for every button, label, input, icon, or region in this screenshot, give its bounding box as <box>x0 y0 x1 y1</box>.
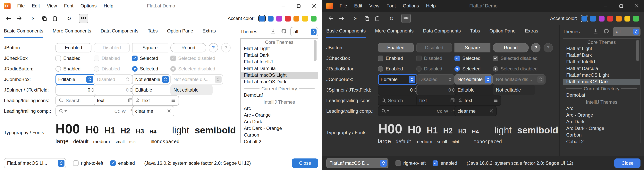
accent-swatch-default[interactable] <box>582 16 587 21</box>
accent-swatch-blue[interactable] <box>590 16 596 21</box>
user-field[interactable] <box>454 95 501 105</box>
theme-list-item[interactable]: FlatLaf Light <box>241 45 318 52</box>
accent-swatch-green[interactable] <box>311 16 316 21</box>
theme-list-item[interactable]: DemoLaf <box>563 92 640 99</box>
theme-list-item[interactable]: Cobalt 2 <box>563 138 640 143</box>
theme-list-item[interactable]: FlatLaf macOS Light <box>241 72 318 79</box>
menu-file[interactable]: File <box>14 0 28 12</box>
spinner-input[interactable] <box>58 87 90 93</box>
checkbox-enabled[interactable]: Enabled <box>378 55 403 61</box>
cut-button[interactable]: ✂ <box>351 14 361 23</box>
tab-more-components[interactable]: More Components <box>375 25 414 38</box>
menu-view[interactable]: View <box>366 0 383 12</box>
right-to-left-checkbox[interactable]: right-to-left <box>73 160 103 166</box>
tab-data-components[interactable]: Data Components <box>100 25 138 38</box>
round-button[interactable]: Round <box>170 43 206 52</box>
radio-enabled[interactable]: Enabled <box>56 66 80 71</box>
match-case-toggle[interactable]: Cc <box>437 109 442 113</box>
clearable-field[interactable] <box>454 106 497 116</box>
combobox-editable-input[interactable] <box>58 77 85 82</box>
user-field[interactable] <box>132 95 179 105</box>
user-field-input[interactable] <box>465 98 491 103</box>
square-button[interactable]: Square <box>454 43 490 52</box>
lnf-combo[interactable]: FlatLaf macOS Li... <box>4 158 66 168</box>
theme-list-item[interactable]: DemoLaf <box>241 92 318 99</box>
accent-swatch-red[interactable] <box>285 16 291 21</box>
cut-button[interactable]: ✂ <box>29 14 38 23</box>
textfield-editable-input[interactable] <box>458 87 494 93</box>
theme-list-item[interactable]: FlatLaf Dark <box>241 52 318 59</box>
back-button[interactable] <box>326 14 336 23</box>
paste-button[interactable] <box>372 14 382 23</box>
tab-option-pane[interactable]: Option Pane <box>490 25 516 38</box>
search-input[interactable] <box>66 98 94 103</box>
checkbox-selected[interactable]: Selected <box>454 55 480 61</box>
themes-scrollbar[interactable] <box>636 40 639 61</box>
menu-font[interactable]: Font <box>383 0 399 12</box>
accent-swatch-orange[interactable] <box>294 16 299 21</box>
theme-list-item[interactable]: FlatLaf Light <box>563 45 640 52</box>
combobox-editable[interactable] <box>378 74 417 85</box>
tab-data-components[interactable]: Data Components <box>423 25 461 38</box>
menu-help[interactable]: Help <box>422 0 439 12</box>
whole-word-toggle[interactable]: W <box>122 109 126 113</box>
search-input[interactable] <box>388 98 417 103</box>
checkbox-enabled[interactable]: Enabled <box>56 55 80 61</box>
enabled-button[interactable]: Enabled <box>56 43 92 52</box>
paste-button[interactable] <box>50 14 60 23</box>
tab-extras[interactable]: Extras <box>525 25 538 38</box>
accent-swatch-green[interactable] <box>633 16 639 21</box>
tab-more-components[interactable]: More Components <box>52 25 91 38</box>
calendar-field[interactable] <box>94 95 136 105</box>
list-icon[interactable] <box>171 98 176 103</box>
themes-filter-combo[interactable]: all <box>290 27 318 36</box>
theme-list-item[interactable]: Arc <box>241 105 318 112</box>
combobox-arrows-icon[interactable] <box>484 76 491 83</box>
combobox-not-editable[interactable]: Not editable <box>454 74 493 84</box>
help-button[interactable]: ? <box>209 43 218 52</box>
whole-word-toggle[interactable]: W <box>444 109 448 113</box>
search-with-options-icon[interactable] <box>381 108 389 113</box>
github-button[interactable] <box>602 28 610 36</box>
list-icon[interactable] <box>493 98 498 103</box>
enabled-checkbox[interactable]: enabled <box>433 160 457 166</box>
theme-list-item[interactable]: FlatLaf Darcula <box>563 65 640 72</box>
search-field[interactable] <box>56 95 98 105</box>
spinner[interactable] <box>378 85 419 95</box>
spinner[interactable] <box>56 85 97 95</box>
theme-list-item[interactable]: FlatLaf Dark <box>563 52 640 59</box>
calendar-field-input[interactable] <box>97 98 126 103</box>
search-options-input[interactable] <box>69 108 112 114</box>
close-button[interactable]: Close <box>614 158 640 168</box>
close-button[interactable]: Close <box>292 158 318 168</box>
lnf-combo[interactable]: FlatLaf macOS D... <box>326 158 388 168</box>
theme-list-item[interactable]: Arc Dark <box>563 119 640 125</box>
calendar-field-input[interactable] <box>419 98 448 103</box>
menu-edit[interactable]: Edit <box>351 0 366 12</box>
clearable-field[interactable] <box>132 106 174 116</box>
back-button[interactable] <box>4 14 13 23</box>
theme-list-item[interactable]: Arc Dark <box>241 119 318 125</box>
combobox-arrows-icon[interactable] <box>162 76 169 83</box>
search-with-options-icon[interactable] <box>58 108 67 113</box>
combobox-arrows-icon[interactable] <box>380 159 387 166</box>
enabled-button[interactable]: Enabled <box>378 43 414 52</box>
theme-list-item[interactable]: Arc - Orange <box>241 112 318 119</box>
maximize-button[interactable] <box>613 0 629 12</box>
github-button[interactable] <box>280 28 288 36</box>
menu-edit[interactable]: Edit <box>28 0 44 12</box>
round-button[interactable]: Round <box>493 43 529 52</box>
clearable-field-input[interactable] <box>135 108 165 114</box>
search-field[interactable] <box>378 95 420 105</box>
help-button[interactable]: ? <box>531 43 540 52</box>
menu-font[interactable]: Font <box>60 0 77 12</box>
refresh-button[interactable]: ↻ <box>387 14 396 23</box>
radio-selected[interactable]: Selected <box>132 66 158 71</box>
show-hidden-eye-toggle[interactable] <box>401 14 411 23</box>
copy-button[interactable] <box>362 14 371 23</box>
search-options-field[interactable]: CcW.* <box>56 106 136 116</box>
clear-icon[interactable] <box>489 109 494 113</box>
accent-swatch-orange[interactable] <box>616 16 622 21</box>
menu-file[interactable]: File <box>336 0 351 12</box>
download-themes-button[interactable] <box>269 28 277 36</box>
